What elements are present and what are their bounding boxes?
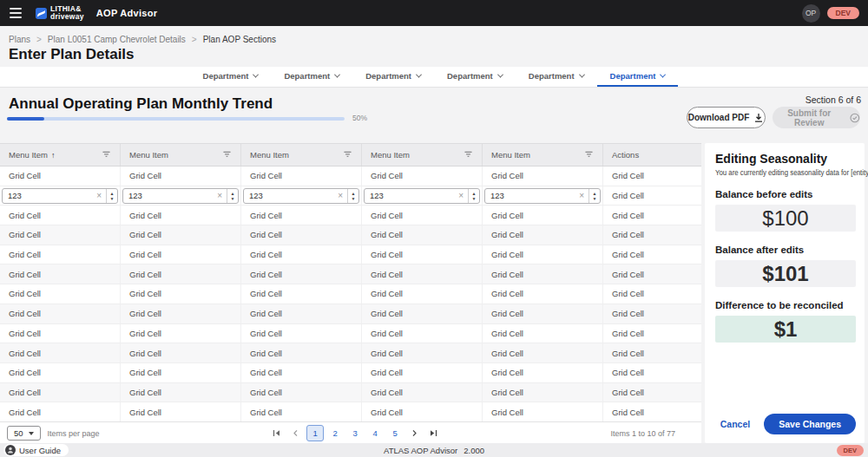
column-header-menu-item[interactable]: Menu Item [241, 144, 362, 166]
grid-cell[interactable]: Grid Cell [483, 264, 603, 284]
grid-cell[interactable]: Grid Cell [121, 343, 241, 362]
grid-cell[interactable]: Grid Cell [0, 383, 121, 402]
grid-cell[interactable]: Grid Cell [241, 166, 362, 186]
grid-cell[interactable]: Grid Cell [362, 225, 483, 245]
breadcrumb-item[interactable]: Plan L0051 Camp Chevrolet Details [48, 35, 186, 44]
cancel-button[interactable]: Cancel [720, 419, 750, 429]
grid-cell[interactable]: Grid Cell [0, 225, 121, 245]
grid-cell[interactable]: Grid Cell [241, 206, 362, 225]
grid-cell[interactable]: Grid Cell [362, 304, 483, 323]
clear-icon[interactable]: × [454, 191, 468, 200]
grid-cell[interactable]: Grid Cell [603, 166, 701, 186]
grid-cell[interactable]: Grid Cell [121, 245, 241, 264]
grid-cell[interactable]: Grid Cell [121, 324, 241, 343]
grid-cell[interactable]: Grid Cell [121, 166, 241, 186]
grid-cell[interactable]: Grid Cell [362, 324, 483, 343]
page-button-2[interactable]: 2 [326, 425, 344, 441]
filter-icon[interactable] [222, 151, 232, 159]
grid-cell[interactable]: Grid Cell [241, 343, 362, 362]
grid-cell[interactable]: Grid Cell [603, 363, 701, 382]
grid-cell[interactable]: Grid Cell [0, 402, 121, 421]
tab-department-2[interactable]: Department [271, 67, 352, 87]
grid-cell[interactable]: Grid Cell [121, 363, 241, 382]
stepper-down-icon[interactable]: ▼ [231, 196, 235, 201]
grid-cell[interactable]: Grid Cell [362, 264, 483, 284]
grid-cell[interactable]: Grid Cell [483, 284, 603, 304]
grid-cell[interactable]: Grid Cell [603, 206, 701, 225]
page-button-4[interactable]: 4 [366, 425, 384, 441]
grid-cell[interactable]: Grid Cell [121, 383, 241, 402]
grid-cell[interactable]: Grid Cell [603, 383, 701, 402]
stepper-control[interactable]: ▲▼ [106, 189, 117, 203]
grid-cell[interactable]: Grid Cell [483, 363, 603, 382]
grid-cell[interactable]: Grid Cell [483, 166, 603, 186]
grid-cell[interactable]: Grid Cell [483, 225, 603, 245]
grid-cell[interactable]: Grid Cell [241, 383, 362, 402]
grid-cell[interactable]: Grid Cell [0, 343, 121, 362]
breadcrumb-item[interactable]: Plans [9, 35, 30, 44]
grid-cell[interactable]: Grid Cell [0, 304, 121, 323]
page-size-select[interactable]: 50 [7, 426, 41, 441]
number-input[interactable] [3, 191, 92, 200]
clear-icon[interactable]: × [213, 191, 227, 200]
grid-cell[interactable]: Grid Cell [362, 284, 483, 304]
grid-cell[interactable]: Grid Cell [603, 186, 701, 206]
grid-cell[interactable]: Grid Cell [0, 324, 121, 343]
clear-icon[interactable]: × [92, 191, 106, 200]
number-input[interactable] [244, 191, 333, 200]
grid-cell[interactable]: Grid Cell [362, 166, 483, 186]
last-page-button[interactable] [425, 428, 442, 439]
stepper-control[interactable]: ▲▼ [468, 189, 479, 203]
stepper-down-icon[interactable]: ▼ [352, 196, 356, 201]
grid-cell[interactable]: Grid Cell [483, 324, 603, 343]
grid-cell[interactable]: Grid Cell [0, 245, 121, 264]
column-header-menu-item[interactable]: Menu Item [121, 144, 241, 166]
column-header-menu-item[interactable]: Menu Item↑ [0, 144, 121, 166]
grid-cell[interactable]: Grid Cell [121, 304, 241, 323]
column-header-menu-item[interactable]: Menu Item [483, 144, 603, 166]
grid-cell[interactable]: Grid Cell [483, 245, 603, 264]
page-button-1[interactable]: 1 [306, 425, 324, 441]
stepper-down-icon[interactable]: ▼ [472, 196, 477, 201]
filter-icon[interactable] [584, 151, 594, 159]
filter-icon[interactable] [343, 151, 352, 159]
tab-department-5[interactable]: Department [516, 67, 597, 87]
stepper-control[interactable]: ▲▼ [347, 189, 358, 203]
grid-cell[interactable]: Grid Cell [241, 225, 362, 245]
grid-cell[interactable]: Grid Cell [603, 343, 701, 362]
tab-department-4[interactable]: Department [434, 67, 516, 87]
grid-cell[interactable]: Grid Cell [603, 284, 701, 304]
tab-department-1[interactable]: Department [190, 67, 272, 87]
grid-cell[interactable]: Grid Cell [241, 304, 362, 323]
grid-cell[interactable]: Grid Cell [362, 206, 483, 225]
grid-cell[interactable]: Grid Cell [603, 304, 701, 323]
grid-cell[interactable]: Grid Cell [603, 225, 701, 245]
user-avatar[interactable]: OP [802, 4, 820, 23]
grid-cell[interactable]: Grid Cell [121, 206, 241, 225]
grid-cell[interactable]: Grid Cell [0, 166, 121, 186]
filter-icon[interactable] [464, 151, 473, 159]
grid-cell[interactable]: Grid Cell [0, 363, 121, 382]
submit-for-review-button[interactable]: Submit for Review [773, 107, 860, 128]
grid-cell[interactable]: Grid Cell [603, 324, 701, 343]
stepper-control[interactable]: ▲▼ [589, 189, 600, 203]
grid-cell[interactable]: Grid Cell [241, 402, 362, 421]
grid-cell[interactable]: Grid Cell [483, 383, 603, 402]
stepper-down-icon[interactable]: ▼ [110, 196, 115, 201]
grid-cell[interactable]: Grid Cell [121, 225, 241, 245]
tab-department-6[interactable]: Department [597, 67, 679, 87]
number-input[interactable] [365, 191, 454, 200]
grid-cell[interactable]: Grid Cell [121, 264, 241, 284]
grid-cell[interactable]: Grid Cell [362, 383, 483, 402]
prev-page-button[interactable] [287, 428, 304, 439]
grid-cell[interactable]: Grid Cell [483, 402, 603, 421]
column-header-actions[interactable]: Actions [603, 144, 701, 166]
grid-cell[interactable]: Grid Cell [603, 264, 701, 284]
column-header-menu-item[interactable]: Menu Item [362, 144, 483, 166]
tab-department-3[interactable]: Department [352, 67, 434, 87]
first-page-button[interactable] [268, 428, 285, 439]
grid-cell[interactable]: Grid Cell [121, 284, 241, 304]
grid-cell[interactable]: Grid Cell [483, 304, 603, 323]
save-changes-button[interactable]: Save Changes [764, 414, 856, 434]
clear-icon[interactable]: × [333, 191, 347, 200]
